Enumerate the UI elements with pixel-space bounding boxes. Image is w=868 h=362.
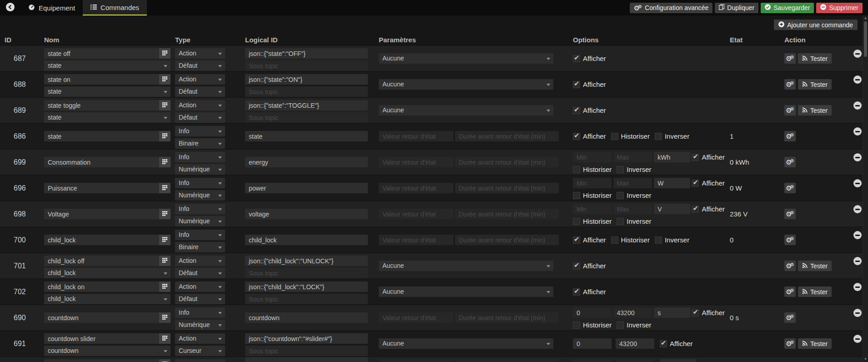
type-select[interactable]: [175, 359, 225, 362]
configure-command-button[interactable]: ⚙⚙: [784, 338, 796, 349]
advanced-configuration-button[interactable]: ⚙⚙ Configuration avancée: [630, 3, 713, 13]
subtype-select[interactable]: Numérique: [175, 164, 225, 175]
return-duration-input[interactable]: [455, 359, 559, 362]
add-command-button[interactable]: Ajouter une commande: [774, 20, 858, 30]
type-select[interactable]: Action: [175, 282, 225, 292]
scroll-down-arrow[interactable]: ▼: [863, 357, 868, 362]
tester-button[interactable]: Tester: [798, 79, 832, 90]
afficher-checkbox[interactable]: [692, 180, 699, 187]
historiser-checkbox[interactable]: [573, 166, 580, 173]
inverser-checkbox[interactable]: [617, 166, 624, 173]
logical-id-input[interactable]: [245, 312, 368, 323]
tester-button[interactable]: Tester: [798, 53, 832, 64]
max-input[interactable]: [616, 338, 654, 349]
type-select[interactable]: Info: [175, 204, 225, 214]
max-input[interactable]: [613, 204, 652, 214]
delete-button[interactable]: Supprimer: [816, 3, 863, 13]
linked-info-select[interactable]: state: [44, 112, 171, 123]
subtype-select[interactable]: Binaire: [175, 138, 225, 149]
parametres-select[interactable]: Aucune: [379, 79, 553, 90]
type-select[interactable]: Info: [175, 126, 225, 136]
inverser-checkbox[interactable]: [655, 236, 662, 244]
subtype-select[interactable]: Binaire: [175, 242, 225, 252]
configure-command-button[interactable]: ⚙⚙: [784, 79, 796, 90]
configure-command-button[interactable]: ⚙⚙: [784, 131, 796, 141]
unit-input[interactable]: [654, 178, 690, 188]
subtype-select[interactable]: Défaut: [175, 60, 225, 71]
name-input[interactable]: [44, 157, 159, 167]
icon-picker-button[interactable]: [159, 131, 171, 141]
linked-info-select[interactable]: child_lock: [44, 268, 171, 278]
max-input[interactable]: [613, 178, 652, 188]
remove-command-button[interactable]: [853, 179, 862, 187]
subtype-select[interactable]: Numérique: [175, 190, 225, 201]
name-input[interactable]: [44, 282, 159, 292]
historiser-checkbox[interactable]: [573, 192, 580, 199]
configure-command-button[interactable]: ⚙⚙: [784, 235, 796, 245]
afficher-checkbox[interactable]: [573, 133, 580, 140]
historiser-checkbox[interactable]: [573, 218, 580, 225]
type-select[interactable]: Info: [175, 307, 225, 318]
parametres-select[interactable]: Aucune: [379, 287, 553, 297]
configure-command-button[interactable]: ⚙⚙: [784, 209, 796, 219]
name-input[interactable]: [44, 183, 159, 193]
afficher-checkbox[interactable]: [692, 309, 699, 317]
type-select[interactable]: Info: [175, 152, 225, 162]
name-input[interactable]: [44, 333, 159, 344]
configure-command-button[interactable]: ⚙⚙: [784, 312, 796, 323]
configure-command-button[interactable]: ⚙⚙: [784, 261, 796, 271]
type-select[interactable]: Action: [175, 256, 225, 266]
type-select[interactable]: Action: [175, 333, 225, 344]
unit-input[interactable]: [660, 359, 696, 362]
icon-picker-button[interactable]: [159, 235, 171, 245]
min-input[interactable]: [573, 152, 612, 162]
subtype-select[interactable]: Numérique: [175, 320, 225, 330]
save-button[interactable]: Sauvegarder: [761, 3, 814, 13]
return-duration-input[interactable]: [455, 157, 559, 167]
subtype-select[interactable]: Défaut: [175, 86, 225, 97]
remove-command-button[interactable]: [853, 283, 862, 291]
name-input[interactable]: [44, 235, 159, 245]
subtype-select[interactable]: Numérique: [175, 216, 225, 226]
name-input[interactable]: [44, 312, 159, 323]
linked-info-select[interactable]: countdown: [44, 346, 171, 356]
remove-command-button[interactable]: [853, 127, 862, 136]
type-select[interactable]: Action: [175, 48, 225, 59]
logical-id-input[interactable]: [245, 209, 368, 219]
type-select[interactable]: Info: [175, 178, 225, 188]
icon-picker-button[interactable]: [159, 157, 171, 167]
type-select[interactable]: Action: [175, 100, 225, 111]
name-input[interactable]: [44, 74, 159, 85]
logical-id-input[interactable]: [245, 333, 368, 344]
max-input[interactable]: [616, 359, 654, 362]
subtype-select[interactable]: Défaut: [175, 268, 225, 278]
remove-command-button[interactable]: [853, 335, 862, 343]
parametres-select[interactable]: Aucune: [379, 261, 553, 271]
max-input[interactable]: [613, 152, 652, 162]
remove-command-button[interactable]: [853, 50, 862, 58]
min-input[interactable]: [573, 204, 612, 214]
icon-picker-button[interactable]: [159, 100, 171, 111]
logical-id-input[interactable]: [245, 282, 368, 292]
inverser-checkbox[interactable]: [617, 322, 624, 329]
linked-info-select[interactable]: state: [44, 86, 171, 97]
historiser-checkbox[interactable]: [611, 133, 618, 140]
icon-picker-button[interactable]: [159, 256, 171, 266]
tab-equipement[interactable]: Equipement: [20, 0, 83, 15]
logical-id-input[interactable]: [245, 157, 368, 167]
unit-input[interactable]: [654, 204, 690, 214]
tester-button[interactable]: Tester: [798, 261, 832, 271]
inverser-checkbox[interactable]: [617, 218, 624, 225]
logical-id-input[interactable]: [245, 235, 368, 245]
name-input[interactable]: [44, 256, 159, 266]
tester-button[interactable]: Tester: [798, 105, 832, 116]
afficher-checkbox[interactable]: [573, 262, 580, 270]
subtype-select[interactable]: Défaut: [175, 112, 225, 123]
icon-picker-button[interactable]: [159, 183, 171, 193]
logical-id-input[interactable]: [245, 357, 368, 362]
back-button[interactable]: [6, 4, 15, 12]
return-duration-input[interactable]: [455, 183, 559, 193]
unit-input[interactable]: [654, 152, 690, 162]
logical-id-input[interactable]: [245, 48, 368, 59]
name-input[interactable]: [44, 359, 159, 362]
